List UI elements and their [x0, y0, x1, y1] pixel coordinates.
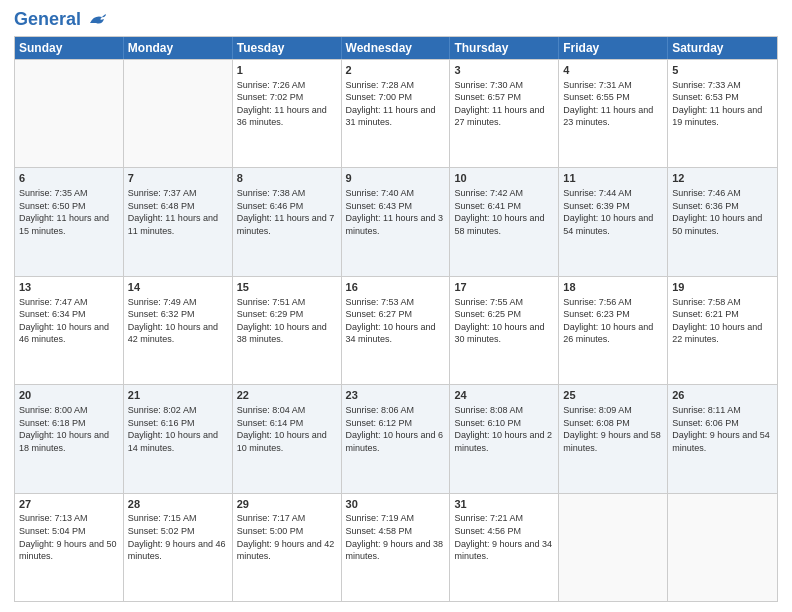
calendar-cell-2: 2Sunrise: 7:28 AMSunset: 7:00 PMDaylight…	[342, 60, 451, 167]
sun-info: Sunrise: 7:58 AMSunset: 6:21 PMDaylight:…	[672, 296, 773, 346]
calendar-header: SundayMondayTuesdayWednesdayThursdayFrid…	[15, 37, 777, 59]
calendar-cell-empty-4-6	[668, 494, 777, 601]
day-number: 3	[454, 63, 554, 78]
day-number: 25	[563, 388, 663, 403]
sun-info: Sunrise: 7:46 AMSunset: 6:36 PMDaylight:…	[672, 187, 773, 237]
day-number: 11	[563, 171, 663, 186]
calendar-row-2: 6Sunrise: 7:35 AMSunset: 6:50 PMDaylight…	[15, 167, 777, 275]
weekday-header-saturday: Saturday	[668, 37, 777, 59]
weekday-header-tuesday: Tuesday	[233, 37, 342, 59]
calendar-cell-26: 26Sunrise: 8:11 AMSunset: 6:06 PMDayligh…	[668, 385, 777, 492]
calendar-cell-19: 19Sunrise: 7:58 AMSunset: 6:21 PMDayligh…	[668, 277, 777, 384]
calendar-cell-empty-0-1	[124, 60, 233, 167]
calendar-cell-18: 18Sunrise: 7:56 AMSunset: 6:23 PMDayligh…	[559, 277, 668, 384]
day-number: 8	[237, 171, 337, 186]
sun-info: Sunrise: 7:30 AMSunset: 6:57 PMDaylight:…	[454, 79, 554, 129]
day-number: 13	[19, 280, 119, 295]
calendar-cell-20: 20Sunrise: 8:00 AMSunset: 6:18 PMDayligh…	[15, 385, 124, 492]
sun-info: Sunrise: 7:21 AMSunset: 4:56 PMDaylight:…	[454, 512, 554, 562]
weekday-header-monday: Monday	[124, 37, 233, 59]
sun-info: Sunrise: 7:53 AMSunset: 6:27 PMDaylight:…	[346, 296, 446, 346]
logo: General	[14, 10, 106, 30]
sun-info: Sunrise: 7:44 AMSunset: 6:39 PMDaylight:…	[563, 187, 663, 237]
day-number: 9	[346, 171, 446, 186]
calendar-cell-6: 6Sunrise: 7:35 AMSunset: 6:50 PMDaylight…	[15, 168, 124, 275]
weekday-header-thursday: Thursday	[450, 37, 559, 59]
day-number: 6	[19, 171, 119, 186]
calendar-cell-27: 27Sunrise: 7:13 AMSunset: 5:04 PMDayligh…	[15, 494, 124, 601]
day-number: 23	[346, 388, 446, 403]
calendar-cell-30: 30Sunrise: 7:19 AMSunset: 4:58 PMDayligh…	[342, 494, 451, 601]
sun-info: Sunrise: 8:09 AMSunset: 6:08 PMDaylight:…	[563, 404, 663, 454]
calendar-cell-22: 22Sunrise: 8:04 AMSunset: 6:14 PMDayligh…	[233, 385, 342, 492]
sun-info: Sunrise: 7:17 AMSunset: 5:00 PMDaylight:…	[237, 512, 337, 562]
calendar-row-3: 13Sunrise: 7:47 AMSunset: 6:34 PMDayligh…	[15, 276, 777, 384]
sun-info: Sunrise: 7:28 AMSunset: 7:00 PMDaylight:…	[346, 79, 446, 129]
calendar-cell-13: 13Sunrise: 7:47 AMSunset: 6:34 PMDayligh…	[15, 277, 124, 384]
day-number: 30	[346, 497, 446, 512]
logo-bird-icon	[88, 13, 106, 27]
sun-info: Sunrise: 7:37 AMSunset: 6:48 PMDaylight:…	[128, 187, 228, 237]
header: General	[14, 10, 778, 30]
day-number: 2	[346, 63, 446, 78]
sun-info: Sunrise: 7:38 AMSunset: 6:46 PMDaylight:…	[237, 187, 337, 237]
sun-info: Sunrise: 7:31 AMSunset: 6:55 PMDaylight:…	[563, 79, 663, 129]
day-number: 29	[237, 497, 337, 512]
calendar-row-1: 1Sunrise: 7:26 AMSunset: 7:02 PMDaylight…	[15, 59, 777, 167]
calendar-cell-empty-0-0	[15, 60, 124, 167]
calendar-cell-12: 12Sunrise: 7:46 AMSunset: 6:36 PMDayligh…	[668, 168, 777, 275]
day-number: 28	[128, 497, 228, 512]
day-number: 1	[237, 63, 337, 78]
calendar-cell-8: 8Sunrise: 7:38 AMSunset: 6:46 PMDaylight…	[233, 168, 342, 275]
sun-info: Sunrise: 7:40 AMSunset: 6:43 PMDaylight:…	[346, 187, 446, 237]
day-number: 16	[346, 280, 446, 295]
calendar-cell-15: 15Sunrise: 7:51 AMSunset: 6:29 PMDayligh…	[233, 277, 342, 384]
sun-info: Sunrise: 7:49 AMSunset: 6:32 PMDaylight:…	[128, 296, 228, 346]
sun-info: Sunrise: 7:35 AMSunset: 6:50 PMDaylight:…	[19, 187, 119, 237]
calendar-cell-1: 1Sunrise: 7:26 AMSunset: 7:02 PMDaylight…	[233, 60, 342, 167]
day-number: 15	[237, 280, 337, 295]
calendar-cell-21: 21Sunrise: 8:02 AMSunset: 6:16 PMDayligh…	[124, 385, 233, 492]
calendar: SundayMondayTuesdayWednesdayThursdayFrid…	[14, 36, 778, 602]
calendar-cell-31: 31Sunrise: 7:21 AMSunset: 4:56 PMDayligh…	[450, 494, 559, 601]
sun-info: Sunrise: 7:56 AMSunset: 6:23 PMDaylight:…	[563, 296, 663, 346]
sun-info: Sunrise: 8:06 AMSunset: 6:12 PMDaylight:…	[346, 404, 446, 454]
calendar-body: 1Sunrise: 7:26 AMSunset: 7:02 PMDaylight…	[15, 59, 777, 601]
calendar-cell-28: 28Sunrise: 7:15 AMSunset: 5:02 PMDayligh…	[124, 494, 233, 601]
sun-info: Sunrise: 8:11 AMSunset: 6:06 PMDaylight:…	[672, 404, 773, 454]
day-number: 24	[454, 388, 554, 403]
logo-text: General	[14, 10, 106, 30]
calendar-cell-25: 25Sunrise: 8:09 AMSunset: 6:08 PMDayligh…	[559, 385, 668, 492]
weekday-header-sunday: Sunday	[15, 37, 124, 59]
sun-info: Sunrise: 7:55 AMSunset: 6:25 PMDaylight:…	[454, 296, 554, 346]
calendar-cell-empty-4-5	[559, 494, 668, 601]
calendar-cell-11: 11Sunrise: 7:44 AMSunset: 6:39 PMDayligh…	[559, 168, 668, 275]
day-number: 12	[672, 171, 773, 186]
sun-info: Sunrise: 8:08 AMSunset: 6:10 PMDaylight:…	[454, 404, 554, 454]
weekday-header-friday: Friday	[559, 37, 668, 59]
sun-info: Sunrise: 7:51 AMSunset: 6:29 PMDaylight:…	[237, 296, 337, 346]
sun-info: Sunrise: 7:47 AMSunset: 6:34 PMDaylight:…	[19, 296, 119, 346]
page: General SundayMondayTuesdayWednesdayThur…	[0, 0, 792, 612]
day-number: 17	[454, 280, 554, 295]
sun-info: Sunrise: 8:04 AMSunset: 6:14 PMDaylight:…	[237, 404, 337, 454]
day-number: 18	[563, 280, 663, 295]
day-number: 4	[563, 63, 663, 78]
calendar-row-5: 27Sunrise: 7:13 AMSunset: 5:04 PMDayligh…	[15, 493, 777, 601]
sun-info: Sunrise: 7:19 AMSunset: 4:58 PMDaylight:…	[346, 512, 446, 562]
day-number: 22	[237, 388, 337, 403]
calendar-cell-16: 16Sunrise: 7:53 AMSunset: 6:27 PMDayligh…	[342, 277, 451, 384]
calendar-row-4: 20Sunrise: 8:00 AMSunset: 6:18 PMDayligh…	[15, 384, 777, 492]
sun-info: Sunrise: 7:26 AMSunset: 7:02 PMDaylight:…	[237, 79, 337, 129]
day-number: 31	[454, 497, 554, 512]
day-number: 26	[672, 388, 773, 403]
sun-info: Sunrise: 7:15 AMSunset: 5:02 PMDaylight:…	[128, 512, 228, 562]
day-number: 20	[19, 388, 119, 403]
day-number: 19	[672, 280, 773, 295]
sun-info: Sunrise: 8:02 AMSunset: 6:16 PMDaylight:…	[128, 404, 228, 454]
calendar-cell-29: 29Sunrise: 7:17 AMSunset: 5:00 PMDayligh…	[233, 494, 342, 601]
calendar-cell-5: 5Sunrise: 7:33 AMSunset: 6:53 PMDaylight…	[668, 60, 777, 167]
sun-info: Sunrise: 7:33 AMSunset: 6:53 PMDaylight:…	[672, 79, 773, 129]
calendar-cell-17: 17Sunrise: 7:55 AMSunset: 6:25 PMDayligh…	[450, 277, 559, 384]
calendar-cell-9: 9Sunrise: 7:40 AMSunset: 6:43 PMDaylight…	[342, 168, 451, 275]
